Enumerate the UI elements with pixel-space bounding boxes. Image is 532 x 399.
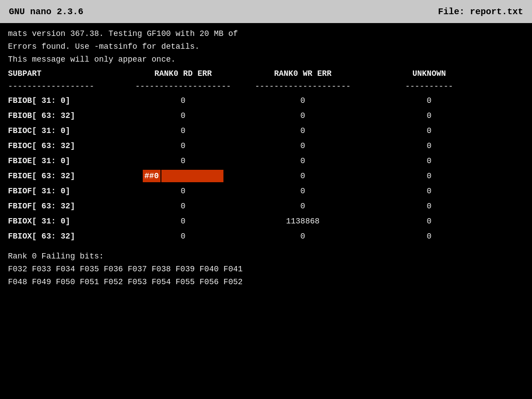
table-row-highlight: FBIOE[ 63: 32] ##0 0 0: [8, 168, 524, 184]
header-line3: This message will only appear once.: [8, 53, 524, 66]
failing-bits-line1: F032 F033 F034 F035 F036 F037 F038 F039 …: [8, 263, 524, 276]
table-row: FBIOC[ 31: 0] 0 0 0: [8, 123, 524, 138]
app-title: GNU nano 2.3.6: [9, 7, 83, 17]
header-line1: mats version 367.38. Testing GF100 with …: [8, 27, 524, 40]
col-header-rank0wr: RANK0 WR ERR: [243, 67, 363, 80]
file-name: File: report.txt: [438, 7, 523, 17]
table-row: FBIOC[ 63: 32] 0 0 0: [8, 138, 524, 153]
table-row: FBIOE[ 31: 0] 0 0 0: [8, 153, 524, 168]
table-row: FBIOB[ 63: 32] 0 0 0: [8, 108, 524, 123]
col-header-unknown: UNKNOWN: [363, 67, 496, 80]
failing-bits-label: Rank 0 Failing bits:: [8, 250, 524, 263]
main-content: mats version 367.38. Testing GF100 with …: [0, 23, 532, 293]
col-header-rank0rd: RANK0 RD ERR: [123, 67, 243, 80]
title-bar: GNU nano 2.3.6 File: report.txt: [0, 0, 532, 23]
table-row: FBIOX[ 63: 32] 0 0 0: [8, 229, 524, 244]
table-row: FBIOB[ 31: 0] 0 0 0: [8, 93, 524, 108]
red-bar-indicator: [161, 170, 223, 182]
failing-bits-line2: F048 F049 F050 F051 F052 F053 F054 F055 …: [8, 276, 524, 289]
failing-bits-section: Rank 0 Failing bits: F032 F033 F034 F035…: [8, 250, 524, 288]
col-header-subpart: SUBPART: [8, 67, 123, 80]
table-row: FBIOF[ 63: 32] 0 0 0: [8, 199, 524, 214]
table-headers: SUBPART RANK0 RD ERR RANK0 WR ERR UNKNOW…: [8, 67, 524, 80]
error-table: SUBPART RANK0 RD ERR RANK0 WR ERR UNKNOW…: [8, 67, 524, 244]
table-row: FBIOX[ 31: 0] 0 1138868 0: [8, 214, 524, 229]
header-line2: Errors found. Use -matsinfo for details.: [8, 40, 524, 53]
table-row: FBIOF[ 31: 0] 0 0 0: [8, 184, 524, 199]
table-divider: ------------------ -------------------- …: [8, 80, 524, 93]
error-highlight: ##0: [143, 170, 223, 183]
